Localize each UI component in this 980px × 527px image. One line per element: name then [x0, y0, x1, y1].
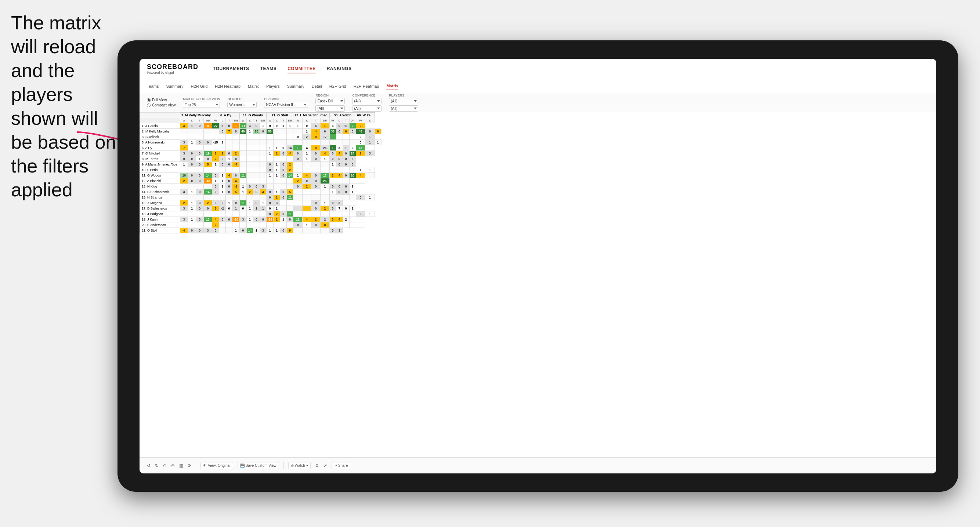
- data-cell: 0: [204, 140, 212, 145]
- data-cell: [342, 167, 349, 173]
- players-select[interactable]: (All): [389, 98, 418, 104]
- subnav-h2h-heatmap[interactable]: H2H Heatmap: [215, 83, 240, 90]
- data-cell: 0: [196, 178, 204, 184]
- region-select[interactable]: East - DII West - DII Central - DII: [315, 98, 345, 104]
- data-cell: [349, 222, 356, 228]
- data-cell: 0: [232, 129, 239, 134]
- subnav-matrix[interactable]: Matrix: [248, 83, 259, 90]
- undo-icon[interactable]: ↺: [147, 463, 151, 468]
- view-original-btn[interactable]: 👁 View: Original: [200, 462, 233, 469]
- data-cell: 0: [219, 200, 226, 206]
- matrix-table-area[interactable]: 2. M Kelly Mulcahy 6. A Dy 11. G Woods 2…: [140, 112, 936, 457]
- gender-select[interactable]: Women's Men's Mixed: [227, 102, 257, 108]
- data-cell: 5: [232, 189, 239, 195]
- subnav-h2h-grid2[interactable]: H2H Grid: [329, 83, 346, 90]
- data-cell: [239, 140, 247, 145]
- data-cell: 2: [311, 217, 321, 222]
- data-cell: [259, 140, 266, 145]
- player-name-cell: 6. A Dy: [140, 145, 180, 151]
- sub-t6: T: [342, 118, 349, 123]
- subnav-matrix2[interactable]: Matrix: [386, 82, 398, 90]
- data-cell: [342, 211, 349, 217]
- table-row: 3. S Jelinek0201701: [140, 134, 382, 140]
- data-cell: [180, 184, 188, 189]
- max-players-select[interactable]: Top 25 Top 10 Top 50 All: [183, 102, 220, 108]
- sub-navigation: Teams Summary H2H Grid H2H Heatmap Matri…: [140, 79, 936, 93]
- data-cell: 0: [196, 173, 204, 178]
- expand-icon[interactable]: ⤢: [323, 463, 327, 468]
- col-header-g-woods: 11. G Woods: [239, 113, 266, 118]
- data-cell: 10: [180, 173, 188, 178]
- data-cell: [280, 156, 287, 162]
- nav-rankings[interactable]: RANKINGS: [327, 65, 352, 73]
- subnav-summary[interactable]: Summary: [166, 83, 183, 90]
- table-row: 12. A Bianchi200-18110420025: [140, 178, 382, 184]
- data-cell: 13: [204, 217, 212, 222]
- reset-icon[interactable]: ⊙: [163, 463, 167, 468]
- data-cell: [188, 222, 196, 228]
- data-cell: 1: [274, 162, 280, 167]
- data-cell: 14: [204, 189, 212, 195]
- matrix-table: 2. M Kelly Mulcahy 6. A Dy 11. G Woods 2…: [140, 112, 382, 233]
- data-cell: [329, 178, 336, 184]
- data-cell: [302, 167, 311, 173]
- data-cell: [293, 129, 302, 134]
- table-row: 8. M Torres0010201001010003: [140, 156, 382, 162]
- data-cell: 1: [365, 140, 375, 145]
- conference-sub-select[interactable]: (All): [352, 105, 382, 111]
- data-cell: 1: [356, 167, 365, 173]
- add-icon[interactable]: ⊕: [171, 463, 175, 468]
- table-row: 2. M Kelly Mulcahy0704011005014035060460…: [140, 129, 382, 134]
- data-cell: 0: [253, 184, 259, 189]
- subnav-summary2[interactable]: Summary: [287, 83, 304, 90]
- data-cell: 1: [302, 129, 311, 134]
- table-row: 6. A Dy71101414025131013: [140, 145, 382, 151]
- data-cell: [342, 195, 349, 200]
- data-cell: 0: [311, 145, 321, 151]
- data-cell: 1: [188, 206, 196, 211]
- refresh-icon[interactable]: ⟳: [188, 463, 191, 468]
- watch-icon: ⊙: [291, 464, 294, 468]
- subnav-detail[interactable]: Detail: [312, 83, 322, 90]
- data-cell: 1: [349, 189, 356, 195]
- data-cell: [321, 211, 330, 217]
- region-sub-select[interactable]: (All): [315, 105, 345, 111]
- data-cell: [232, 134, 239, 140]
- data-cell: 1: [302, 222, 311, 228]
- data-cell: -2: [232, 184, 239, 189]
- data-cell: 1: [226, 200, 232, 206]
- layout-icon[interactable]: ▥: [179, 463, 183, 468]
- data-cell: [188, 145, 196, 151]
- full-view-radio[interactable]: Full View: [147, 98, 175, 102]
- data-cell: 0: [212, 228, 219, 233]
- subnav-players[interactable]: Players: [266, 83, 280, 90]
- redo-icon[interactable]: ↻: [155, 463, 159, 468]
- subnav-h2h-grid[interactable]: H2H Grid: [191, 83, 207, 90]
- data-cell: 3: [180, 140, 188, 145]
- subnav-h2h-heatmap2[interactable]: H2H Heatmap: [353, 83, 379, 90]
- data-cell: 0: [342, 173, 349, 178]
- data-cell: [226, 211, 232, 217]
- data-cell: [336, 211, 342, 217]
- settings-icon[interactable]: ⚙: [315, 463, 319, 468]
- save-custom-btn[interactable]: 💾 Save Custom View: [237, 462, 279, 469]
- data-cell: 0: [219, 217, 226, 222]
- data-cell: 1: [226, 156, 232, 162]
- sub-t1: T: [196, 118, 204, 123]
- division-select[interactable]: NCAA Division II NCAA Division I NCAA Di…: [264, 102, 308, 108]
- data-cell: 1: [342, 145, 349, 151]
- nav-tournaments[interactable]: TOURNAMENTS: [213, 65, 249, 73]
- nav-committee[interactable]: COMMITTEE: [288, 65, 316, 73]
- compact-view-radio[interactable]: Compact View: [147, 103, 175, 107]
- subnav-teams[interactable]: Teams: [147, 83, 159, 90]
- players-sub-select[interactable]: (All): [389, 105, 418, 111]
- data-cell: [247, 162, 253, 167]
- view-original-label: View: Original: [208, 464, 231, 468]
- share-btn[interactable]: ↗ Share: [332, 462, 351, 469]
- data-cell: 0: [356, 211, 365, 217]
- data-cell: [226, 140, 232, 145]
- data-cell: [329, 134, 336, 140]
- watch-btn[interactable]: ⊙ Watch ▾: [288, 462, 311, 469]
- nav-teams[interactable]: TEAMS: [260, 65, 277, 73]
- conference-select[interactable]: (All): [352, 98, 382, 104]
